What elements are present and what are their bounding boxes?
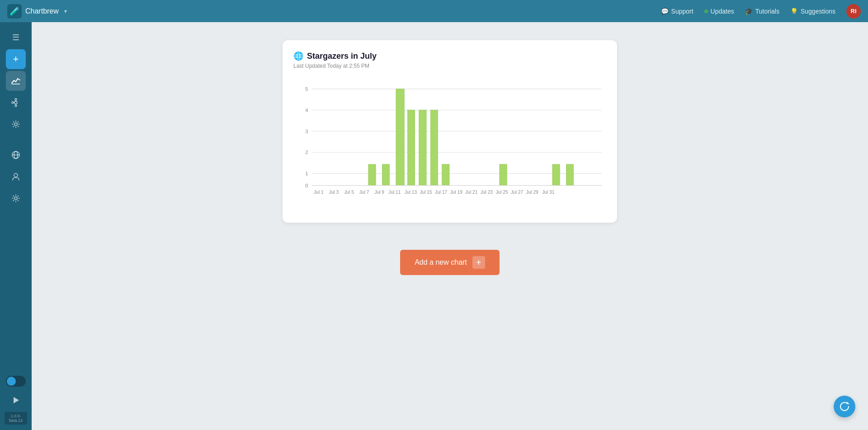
analytics-icon [11,76,20,85]
svg-text:0: 0 [305,183,308,188]
logo-icon: 🧪 [7,4,22,19]
bar-jul12 [430,110,438,186]
svg-text:Jul 13: Jul 13 [405,190,417,195]
main-content: 🌐 Stargazers in July Last Updated Today … [32,22,868,430]
svg-text:Jul 9: Jul 9 [375,190,385,195]
svg-text:Jul 31: Jul 31 [542,190,554,195]
bar-jul27 [552,164,560,186]
tutorials-icon: 🎓 [745,8,753,15]
svg-text:Jul 1: Jul 1 [314,190,324,195]
version-label: 1.0.0-beta.13 [5,412,27,425]
svg-text:Jul 25: Jul 25 [495,190,508,195]
support-icon: 💬 [661,8,669,15]
chart-title: Stargazers in July [307,51,377,61]
bar-jul7 [368,164,376,186]
tutorials-label: Tutorials [755,8,779,15]
svg-text:Jul 29: Jul 29 [526,190,538,195]
bar-jul8 [382,164,389,186]
support-link[interactable]: 💬 Support [661,8,693,15]
svg-text:Jul 15: Jul 15 [420,190,432,195]
svg-text:Jul 19: Jul 19 [450,190,462,195]
team-settings-icon [11,194,20,203]
svg-point-2 [15,105,17,107]
svg-point-3 [12,102,14,103]
sidebar-item-team-settings[interactable] [6,188,26,208]
add-icon: + [13,53,19,65]
svg-point-7 [14,123,17,126]
svg-text:1: 1 [305,171,308,176]
svg-text:Jul 27: Jul 27 [511,190,523,195]
svg-text:5: 5 [305,86,308,92]
connections-icon [11,98,20,107]
svg-text:Jul 23: Jul 23 [481,190,493,195]
updates-dot-icon [704,9,708,13]
svg-point-11 [14,173,18,177]
add-chart-label: Add a new chart [415,258,467,266]
topnav-right: 💬 Support Updates 🎓 Tutorials 💡 Suggesti… [661,4,861,19]
settings-icon [11,120,20,129]
toggle-knob [7,377,16,386]
user-icon [11,172,20,181]
sidebar-item-analytics[interactable] [6,71,26,91]
tutorials-link[interactable]: 🎓 Tutorials [745,8,779,15]
add-chart-plus-icon: + [472,256,485,269]
refresh-icon [840,402,849,411]
app-dropdown-arrow[interactable]: ▾ [64,8,67,14]
suggestions-label: Suggestions [801,8,835,15]
sidebar-add-button[interactable]: + [6,49,26,69]
bar-jul11 [419,110,426,186]
svg-point-1 [15,98,17,100]
svg-text:Jul 21: Jul 21 [465,190,477,195]
add-chart-button[interactable]: Add a new chart + [400,250,500,275]
app-name: Chartbrew [25,7,59,15]
svg-point-12 [14,197,17,200]
svg-text:Jul 5: Jul 5 [344,190,354,195]
svg-marker-13 [14,397,19,403]
sidebar-item-settings[interactable] [6,114,26,134]
sidebar-item-connections[interactable] [6,93,26,112]
theme-toggle[interactable] [6,376,26,387]
svg-point-0 [14,101,17,104]
bar-chart-svg: 5 4 3 2 1 0 [293,76,606,212]
menu-icon: ☰ [12,33,19,42]
sidebar: ☰ + [0,22,32,430]
svg-text:Jul 11: Jul 11 [388,190,401,195]
sidebar-item-menu[interactable]: ☰ [6,28,26,47]
main-layout: ☰ + [0,22,868,430]
globe-icon [11,150,20,159]
sidebar-item-globe[interactable] [6,145,26,165]
bar-jul19 [500,164,507,186]
updates-label: Updates [711,8,734,15]
svg-text:3: 3 [305,129,308,134]
play-icon [11,396,20,405]
suggestions-link[interactable]: 💡 Suggestions [790,8,835,15]
chart-container: 5 4 3 2 1 0 [293,76,606,212]
topnav-left: 🧪 Chartbrew ▾ [7,4,67,19]
bar-jul9 [396,89,404,186]
bar-jul13 [442,164,449,186]
support-label: Support [671,8,693,15]
svg-text:2: 2 [305,150,308,155]
svg-text:4: 4 [305,108,308,113]
sidebar-item-user[interactable] [6,167,26,187]
updates-link[interactable]: Updates [704,8,734,15]
chart-card: 🌐 Stargazers in July Last Updated Today … [283,40,617,223]
svg-text:Jul 3: Jul 3 [329,190,339,195]
chart-subtitle: Last Updated Today at 2:55 PM [293,63,606,69]
bar-jul10 [407,110,415,186]
user-avatar[interactable]: RI [846,4,861,19]
suggestions-icon: 💡 [790,8,798,15]
svg-text:Jul 7: Jul 7 [359,190,369,195]
bar-jul29 [566,164,573,186]
svg-text:Jul 17: Jul 17 [435,190,447,195]
chart-globe-icon: 🌐 [293,51,303,61]
sidebar-item-play[interactable] [6,390,26,410]
topnav: 🧪 Chartbrew ▾ 💬 Support Updates 🎓 Tutori… [0,0,868,22]
chart-header: 🌐 Stargazers in July [293,51,606,61]
fab-refresh-button[interactable] [834,396,855,417]
